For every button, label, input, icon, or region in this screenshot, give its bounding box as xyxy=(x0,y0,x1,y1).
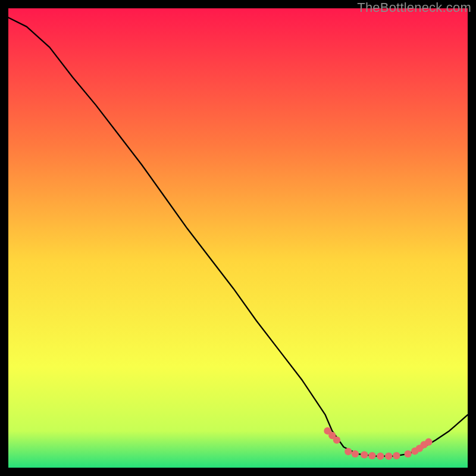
watermark-text: TheBottleneck.com xyxy=(357,0,471,15)
curve-marker-dot xyxy=(385,453,392,460)
curve-marker-dot xyxy=(345,448,352,455)
curve-marker-dot xyxy=(377,453,384,460)
curve-marker-dot xyxy=(361,451,368,458)
curve-marker-dot xyxy=(425,439,432,446)
curve-marker-dot xyxy=(368,452,375,459)
curve-marker-dot xyxy=(393,452,400,459)
gradient-background xyxy=(8,8,468,468)
curve-marker-dot xyxy=(352,450,359,458)
curve-marker-dot xyxy=(333,437,340,444)
curve-marker-dot xyxy=(404,450,411,458)
bottleneck-chart xyxy=(8,8,468,468)
